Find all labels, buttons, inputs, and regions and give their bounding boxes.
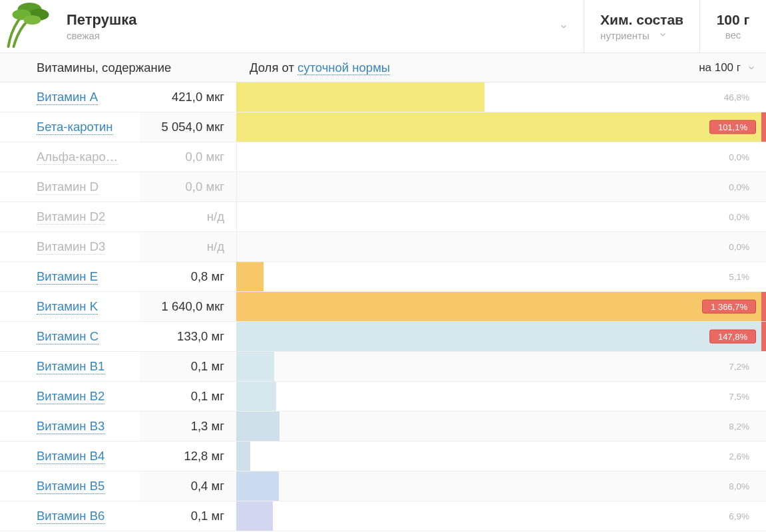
pct-badge: 0,0% (722, 241, 756, 253)
vitamin-link[interactable]: Витамин B2 (37, 389, 104, 404)
overflow-marker (761, 112, 766, 142)
vitamin-link[interactable]: Витамин D3 (37, 239, 105, 255)
amount-value: 0,0 мкг (140, 172, 236, 201)
chevron-down-icon (557, 20, 570, 33)
pct-badge: 7,2% (722, 360, 756, 373)
bar-area: 101,1% (236, 112, 766, 142)
amount-value: 5 054,0 мкг (140, 112, 236, 142)
amount-value: н/д (140, 202, 236, 231)
bar-area: 2,6% (236, 442, 766, 471)
amount-value: 133,0 мг (140, 322, 236, 351)
pct-badge: 0,0% (722, 181, 756, 194)
amount-sub: вес (725, 29, 741, 41)
vitamin-link[interactable]: Витамин A (37, 90, 98, 105)
vitamin-link[interactable]: Витамин K (37, 299, 98, 315)
table-row: Альфа-каро…0,0 мкг0,0% (0, 142, 766, 172)
bar-fill (236, 442, 250, 471)
table-row: Витамин D0,0 мкг0,0% (0, 172, 766, 202)
vitamin-link[interactable]: Витамин B4 (37, 449, 104, 464)
composition-sub: нутриенты (600, 30, 650, 41)
vitamin-link[interactable]: Витамин E (37, 269, 98, 285)
amount-selector[interactable]: 100 г вес (699, 0, 766, 53)
pct-badge: 5,1% (722, 271, 756, 283)
table-row: Витамин B50,4 мг8,0% (0, 471, 766, 501)
vitamin-table: Витамин A421,0 мкг46,8%Бета-каротин5 054… (0, 82, 766, 531)
bar-area: 0,0% (236, 202, 766, 231)
food-subtitle: свежая (67, 30, 557, 41)
pct-badge: 8,0% (722, 480, 756, 493)
food-title: Петрушка (67, 11, 557, 29)
amount-value: 0,0 мкг (140, 142, 236, 172)
amount-value: 12,8 мг (140, 442, 236, 471)
amount-value: 0,1 мг (140, 382, 236, 411)
vitamin-link[interactable]: Витамин C (37, 329, 98, 344)
table-row: Витамин A421,0 мкг46,8% (0, 82, 766, 112)
bar-area: 46,8% (236, 82, 766, 112)
table-row: Витамин B60,1 мг6,9% (0, 501, 766, 531)
amount-title: 100 г (717, 12, 750, 28)
bar-area: 8,2% (236, 412, 766, 441)
table-row: Витамин B10,1 мг7,2% (0, 352, 766, 382)
table-row: Витамин B31,3 мг8,2% (0, 412, 766, 442)
bar-fill (236, 471, 279, 501)
bar-fill (236, 352, 274, 381)
bar-fill (236, 82, 484, 112)
pct-badge: 7,5% (722, 390, 756, 403)
svg-point-3 (24, 15, 41, 25)
vitamin-link[interactable]: Витамин B1 (37, 359, 104, 374)
table-row: Витамин D3н/д0,0% (0, 232, 766, 262)
bar-fill (236, 382, 276, 411)
chevron-down-icon (745, 61, 758, 74)
bar-area: 1 366,7% (236, 292, 766, 321)
pct-badge: 101,1% (709, 120, 756, 134)
vitamin-link[interactable]: Витамин D2 (37, 209, 105, 225)
composition-selector[interactable]: Хим. состав нутриенты (584, 0, 699, 53)
food-block[interactable]: Петрушка свежая (0, 0, 584, 53)
vitamin-link[interactable]: Альфа-каро… (37, 150, 118, 165)
bar-fill (236, 501, 273, 531)
pct-badge: 1 366,7% (702, 300, 756, 314)
bar-fill (236, 412, 280, 441)
amount-value: 0,1 мг (140, 501, 236, 531)
daily-norm-link[interactable]: суточной нормы (297, 61, 390, 75)
pct-badge: 2,6% (722, 450, 756, 463)
table-row: Витамин E0,8 мг5,1% (0, 262, 766, 292)
overflow-marker (761, 292, 766, 321)
amount-value: 0,1 мг (140, 352, 236, 381)
vitamin-link[interactable]: Витамин D (37, 180, 98, 195)
columns-header: Витамины, содержание Доля от суточной но… (0, 53, 766, 82)
overflow-marker (761, 322, 766, 351)
table-row: Витамин K1 640,0 мкг1 366,7% (0, 292, 766, 322)
bar-area: 0,0% (236, 232, 766, 261)
col-header-share: Доля от суточной нормы (250, 61, 390, 75)
table-row: Витамин B412,8 мг2,6% (0, 442, 766, 471)
bar-area: 147,8% (236, 322, 766, 351)
table-row: Бета-каротин5 054,0 мкг101,1% (0, 112, 766, 142)
table-row: Витамин C133,0 мг147,8% (0, 322, 766, 352)
bar-fill (236, 322, 766, 351)
bar-fill (236, 262, 264, 291)
chevron-down-icon (656, 28, 670, 41)
page-header: Петрушка свежая Хим. состав нутриенты 10… (0, 0, 766, 53)
bar-area: 5,1% (236, 262, 766, 291)
amount-value: 0,4 мг (140, 471, 236, 501)
per-label: на 100 г (699, 61, 741, 74)
per-selector[interactable]: на 100 г (699, 61, 758, 74)
col-header-name: Витамины, содержание (0, 61, 236, 75)
pct-badge: 46,8% (717, 91, 756, 104)
amount-value: н/д (140, 232, 236, 261)
bar-fill (236, 112, 766, 142)
pct-badge: 0,0% (722, 211, 756, 223)
bar-area: 8,0% (236, 471, 766, 501)
pct-badge: 0,0% (722, 151, 756, 164)
vitamin-link[interactable]: Витамин B3 (37, 419, 104, 434)
table-row: Витамин D2н/д0,0% (0, 202, 766, 232)
vitamin-link[interactable]: Витамин B5 (37, 479, 104, 494)
vitamin-link[interactable]: Витамин B6 (37, 509, 104, 524)
bar-area: 6,9% (236, 501, 766, 531)
vitamin-link[interactable]: Бета-каротин (37, 120, 113, 135)
pct-badge: 147,8% (709, 330, 756, 344)
bar-area: 7,5% (236, 382, 766, 411)
bar-area: 7,2% (236, 352, 766, 381)
amount-value: 421,0 мкг (140, 82, 236, 112)
